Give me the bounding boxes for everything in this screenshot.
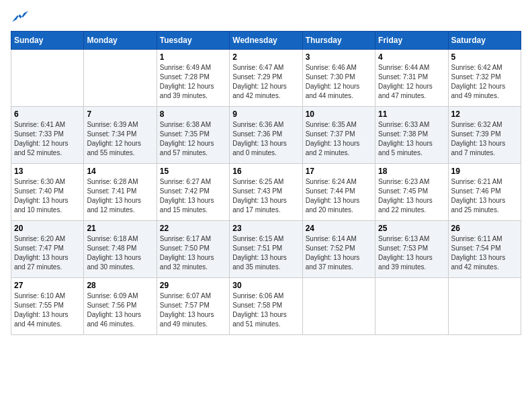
calendar-day-cell: 6Sunrise: 6:41 AM Sunset: 7:33 PM Daylig… — [11, 107, 84, 164]
calendar-day-cell: 20Sunrise: 6:20 AM Sunset: 7:47 PM Dayli… — [11, 221, 84, 278]
day-number: 7 — [87, 109, 153, 119]
day-info: Sunrise: 6:06 AM Sunset: 7:58 PM Dayligh… — [232, 291, 299, 329]
day-info: Sunrise: 6:11 AM Sunset: 7:54 PM Dayligh… — [451, 234, 518, 272]
day-number: 2 — [232, 52, 299, 62]
day-number: 24 — [306, 224, 372, 233]
day-number: 27 — [14, 281, 81, 290]
calendar-day-cell: 3Sunrise: 6:46 AM Sunset: 7:30 PM Daylig… — [302, 50, 375, 107]
calendar-day-cell: 24Sunrise: 6:14 AM Sunset: 7:52 PM Dayli… — [302, 221, 375, 278]
calendar-day-cell: 25Sunrise: 6:13 AM Sunset: 7:53 PM Dayli… — [375, 221, 448, 278]
calendar-day-cell: 15Sunrise: 6:27 AM Sunset: 7:42 PM Dayli… — [157, 164, 229, 221]
day-number: 12 — [451, 109, 518, 119]
day-info: Sunrise: 6:24 AM Sunset: 7:44 PM Dayligh… — [306, 177, 372, 215]
day-info: Sunrise: 6:21 AM Sunset: 7:46 PM Dayligh… — [451, 177, 518, 215]
day-info: Sunrise: 6:17 AM Sunset: 7:50 PM Dayligh… — [160, 234, 226, 272]
calendar-day-cell — [375, 278, 448, 335]
calendar-day-cell: 19Sunrise: 6:21 AM Sunset: 7:46 PM Dayli… — [448, 164, 521, 221]
day-number: 3 — [306, 52, 372, 62]
day-of-week-header: Tuesday — [157, 32, 229, 50]
day-number: 1 — [160, 52, 226, 62]
calendar-day-cell — [448, 278, 521, 335]
day-number: 30 — [232, 281, 299, 290]
day-number: 29 — [160, 281, 226, 290]
day-number: 14 — [87, 167, 153, 176]
calendar-day-cell: 21Sunrise: 6:18 AM Sunset: 7:48 PM Dayli… — [84, 221, 157, 278]
day-info: Sunrise: 6:09 AM Sunset: 7:56 PM Dayligh… — [87, 291, 153, 329]
calendar-day-cell: 7Sunrise: 6:39 AM Sunset: 7:34 PM Daylig… — [84, 107, 157, 164]
day-info: Sunrise: 6:27 AM Sunset: 7:42 PM Dayligh… — [160, 177, 226, 215]
calendar-header-row: SundayMondayTuesdayWednesdayThursdayFrid… — [11, 32, 521, 50]
day-info: Sunrise: 6:36 AM Sunset: 7:36 PM Dayligh… — [232, 120, 299, 158]
day-info: Sunrise: 6:23 AM Sunset: 7:45 PM Dayligh… — [378, 177, 445, 215]
day-info: Sunrise: 6:30 AM Sunset: 7:40 PM Dayligh… — [14, 177, 81, 215]
day-number: 28 — [87, 281, 153, 290]
calendar-day-cell: 16Sunrise: 6:25 AM Sunset: 7:43 PM Dayli… — [230, 164, 302, 221]
calendar-day-cell: 14Sunrise: 6:28 AM Sunset: 7:41 PM Dayli… — [84, 164, 157, 221]
calendar-week-row: 20Sunrise: 6:20 AM Sunset: 7:47 PM Dayli… — [11, 221, 521, 278]
calendar-day-cell: 9Sunrise: 6:36 AM Sunset: 7:36 PM Daylig… — [230, 107, 302, 164]
calendar-day-cell: 29Sunrise: 6:07 AM Sunset: 7:57 PM Dayli… — [157, 278, 229, 335]
day-of-week-header: Monday — [84, 32, 157, 50]
day-number: 4 — [378, 52, 445, 62]
day-number: 11 — [378, 109, 445, 119]
calendar-day-cell: 5Sunrise: 6:42 AM Sunset: 7:32 PM Daylig… — [448, 50, 521, 107]
calendar-day-cell: 26Sunrise: 6:11 AM Sunset: 7:54 PM Dayli… — [448, 221, 521, 278]
day-number: 10 — [306, 109, 372, 119]
calendar-day-cell: 18Sunrise: 6:23 AM Sunset: 7:45 PM Dayli… — [375, 164, 448, 221]
day-number: 8 — [160, 109, 226, 119]
day-number: 17 — [306, 167, 372, 176]
day-number: 5 — [451, 52, 518, 62]
day-of-week-header: Saturday — [448, 32, 521, 50]
day-info: Sunrise: 6:13 AM Sunset: 7:53 PM Dayligh… — [378, 234, 445, 272]
day-info: Sunrise: 6:41 AM Sunset: 7:33 PM Dayligh… — [14, 120, 81, 158]
calendar-day-cell: 8Sunrise: 6:38 AM Sunset: 7:35 PM Daylig… — [157, 107, 229, 164]
day-info: Sunrise: 6:10 AM Sunset: 7:55 PM Dayligh… — [14, 291, 81, 329]
day-of-week-header: Thursday — [302, 32, 375, 50]
calendar-day-cell: 22Sunrise: 6:17 AM Sunset: 7:50 PM Dayli… — [157, 221, 229, 278]
day-info: Sunrise: 6:07 AM Sunset: 7:57 PM Dayligh… — [160, 291, 226, 329]
day-number: 19 — [451, 167, 518, 176]
calendar-day-cell — [302, 278, 375, 335]
calendar-week-row: 13Sunrise: 6:30 AM Sunset: 7:40 PM Dayli… — [11, 164, 521, 221]
day-number: 20 — [14, 224, 81, 233]
day-info: Sunrise: 6:32 AM Sunset: 7:39 PM Dayligh… — [451, 120, 518, 158]
calendar-day-cell: 10Sunrise: 6:35 AM Sunset: 7:37 PM Dayli… — [302, 107, 375, 164]
day-info: Sunrise: 6:42 AM Sunset: 7:32 PM Dayligh… — [451, 63, 518, 101]
day-info: Sunrise: 6:14 AM Sunset: 7:52 PM Dayligh… — [306, 234, 372, 272]
day-info: Sunrise: 6:38 AM Sunset: 7:35 PM Dayligh… — [160, 120, 226, 158]
day-number: 9 — [232, 109, 299, 119]
day-info: Sunrise: 6:44 AM Sunset: 7:31 PM Dayligh… — [378, 63, 445, 101]
calendar-day-cell: 30Sunrise: 6:06 AM Sunset: 7:58 PM Dayli… — [230, 278, 302, 335]
calendar-day-cell: 11Sunrise: 6:33 AM Sunset: 7:38 PM Dayli… — [375, 107, 448, 164]
day-number: 13 — [14, 167, 81, 176]
day-info: Sunrise: 6:25 AM Sunset: 7:43 PM Dayligh… — [232, 177, 299, 215]
calendar-day-cell: 12Sunrise: 6:32 AM Sunset: 7:39 PM Dayli… — [448, 107, 521, 164]
day-number: 23 — [232, 224, 299, 233]
calendar-day-cell — [84, 50, 157, 107]
day-info: Sunrise: 6:20 AM Sunset: 7:47 PM Dayligh… — [14, 234, 81, 272]
day-of-week-header: Sunday — [11, 32, 84, 50]
day-number: 26 — [451, 224, 518, 233]
calendar-week-row: 1Sunrise: 6:49 AM Sunset: 7:28 PM Daylig… — [11, 50, 521, 107]
logo-bird-icon — [12, 11, 28, 24]
calendar-day-cell — [11, 50, 84, 107]
calendar-week-row: 6Sunrise: 6:41 AM Sunset: 7:33 PM Daylig… — [11, 107, 521, 164]
day-number: 22 — [160, 224, 226, 233]
day-number: 21 — [87, 224, 153, 233]
calendar-day-cell: 23Sunrise: 6:15 AM Sunset: 7:51 PM Dayli… — [230, 221, 302, 278]
day-info: Sunrise: 6:47 AM Sunset: 7:29 PM Dayligh… — [232, 63, 299, 101]
day-info: Sunrise: 6:35 AM Sunset: 7:37 PM Dayligh… — [306, 120, 372, 158]
calendar-day-cell: 17Sunrise: 6:24 AM Sunset: 7:44 PM Dayli… — [302, 164, 375, 221]
day-info: Sunrise: 6:15 AM Sunset: 7:51 PM Dayligh… — [232, 234, 299, 272]
day-info: Sunrise: 6:18 AM Sunset: 7:48 PM Dayligh… — [87, 234, 153, 272]
calendar-day-cell: 4Sunrise: 6:44 AM Sunset: 7:31 PM Daylig… — [375, 50, 448, 107]
calendar-week-row: 27Sunrise: 6:10 AM Sunset: 7:55 PM Dayli… — [11, 278, 521, 335]
calendar-day-cell: 27Sunrise: 6:10 AM Sunset: 7:55 PM Dayli… — [11, 278, 84, 335]
header — [11, 11, 521, 24]
svg-marker-0 — [12, 11, 28, 21]
day-number: 6 — [14, 109, 81, 119]
day-number: 16 — [232, 167, 299, 176]
calendar-day-cell: 13Sunrise: 6:30 AM Sunset: 7:40 PM Dayli… — [11, 164, 84, 221]
day-number: 18 — [378, 167, 445, 176]
day-info: Sunrise: 6:28 AM Sunset: 7:41 PM Dayligh… — [87, 177, 153, 215]
